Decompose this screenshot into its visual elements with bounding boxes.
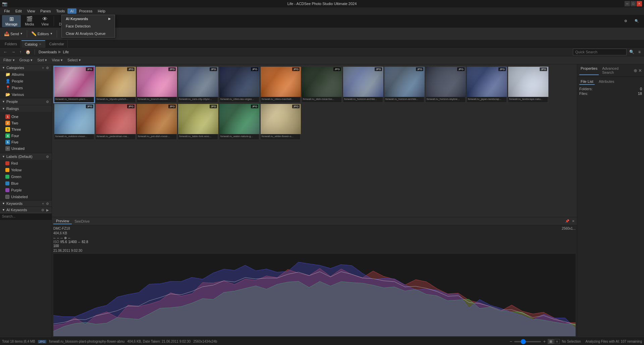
label-green[interactable]: Green <box>0 173 52 180</box>
people-gear-button[interactable]: ⚙ <box>45 100 50 104</box>
labels-gear-button[interactable]: ⚙ <box>45 155 50 159</box>
keywords-add-button[interactable]: + <box>41 202 45 206</box>
ai-keywords-search[interactable] <box>0 213 52 220</box>
seedrive-tab[interactable]: SeeDrive <box>72 219 92 224</box>
label-blue[interactable]: Blue <box>0 180 52 187</box>
photo-thumb-10[interactable]: JPGfonwall.ru_japan-landscap... <box>467 66 507 103</box>
search-input[interactable] <box>573 49 627 55</box>
people-header[interactable]: ▼ People ⚙ <box>0 98 52 105</box>
label-unlabeled[interactable]: Unlabeled <box>0 193 52 200</box>
ai-keywords-expand-button[interactable]: ▶ <box>46 208 50 212</box>
menu-panes[interactable]: Panes <box>38 8 53 14</box>
menu-process[interactable]: Process <box>76 8 95 14</box>
rating-unrated[interactable]: ○ Unrated <box>0 145 52 152</box>
zoom-slider[interactable] <box>514 341 541 342</box>
photo-thumb-2[interactable]: JPGfonwall.ru_branch-blosso... <box>137 66 177 103</box>
panel-pin-button[interactable]: 📌 <box>564 219 570 223</box>
sidebar-item-places[interactable]: 📍 Places <box>0 84 52 91</box>
calendar-tab[interactable]: Calendar <box>46 40 68 48</box>
filter-button[interactable]: Filter ▾ <box>2 58 16 63</box>
photo-thumb-17[interactable]: JPGfonwall.ru_white-flower-o... <box>260 104 301 140</box>
sidebar-item-people[interactable]: 👤 People <box>0 78 52 84</box>
sidebar-item-various[interactable]: 📂 Various <box>0 91 52 98</box>
menu-edit[interactable]: Edit <box>13 8 24 14</box>
rs-expand-button[interactable]: ⊕ <box>634 68 637 73</box>
menu-ai[interactable]: AI <box>67 8 76 14</box>
select-button[interactable]: Select ▾ <box>66 58 82 63</box>
media-button[interactable]: 🎬 Media <box>21 15 37 27</box>
manage-button[interactable]: ⊞ Manage <box>2 15 21 27</box>
keywords-gear-button[interactable]: ⚙ <box>45 202 50 206</box>
rs-tab-properties[interactable]: Properties <box>579 66 599 75</box>
photo-grid[interactable]: JPGfonwall.ru_blossom-plant-...JPGfonwal… <box>52 64 577 217</box>
photo-thumb-13[interactable]: JPGfonwall.ru_pedestrian-roa... <box>95 104 136 140</box>
keywords-header[interactable]: ▼ Keywords + ⚙ <box>0 200 52 207</box>
catalog-tab[interactable]: Catalog ✕ <box>21 40 45 48</box>
ratings-header[interactable]: ▼ Ratings <box>0 105 52 112</box>
photo-thumb-4[interactable]: JPGfonwall.ru_cities-las-vegas... <box>219 66 259 103</box>
editors-button[interactable]: ✏️ Editors ▼ <box>29 30 55 38</box>
photo-thumb-5[interactable]: JPGfonwall.ru_cities-manhatt... <box>260 66 301 103</box>
list-view-button[interactable]: ≡ <box>554 339 560 344</box>
rs-close-button[interactable]: ✕ <box>638 68 642 73</box>
photo-thumb-9[interactable]: JPGfonwall.ru_horizon-skyline... <box>425 66 466 103</box>
photo-thumb-7[interactable]: JPGfonwall.ru_horizon-archite... <box>343 66 383 103</box>
rating-two[interactable]: 2 Two <box>0 120 52 126</box>
ai-menu-clear-queue[interactable]: Clear AI Analysis Queue <box>62 30 115 37</box>
ai-keywords-header[interactable]: ▼ AI Keywords ⚙ ▶ <box>0 207 52 213</box>
rating-five[interactable]: 5 Five <box>0 139 52 145</box>
sort-button[interactable]: Sort ▾ <box>36 58 48 63</box>
rating-three[interactable]: 3 Three <box>0 126 52 132</box>
photo-thumb-14[interactable]: JPGfonwall.ru_pot-dish-meal-... <box>137 104 177 140</box>
photo-thumb-11[interactable]: JPGfonwall.ru_landscape-natu... <box>508 66 548 103</box>
minimize-button[interactable]: ─ <box>625 1 630 6</box>
label-red[interactable]: Red <box>0 160 52 167</box>
categories-add-button[interactable]: + <box>41 66 45 70</box>
photo-thumb-3[interactable]: JPGfonwall.ru_cars-city-citysc... <box>178 66 218 103</box>
ai-menu-face-detection[interactable]: Face Detection <box>62 22 115 30</box>
rs-sub-tab-file-list[interactable]: File List <box>579 79 595 85</box>
labels-header[interactable]: ▼ Labels (Default) ⚙ <box>0 153 52 160</box>
photo-thumb-8[interactable]: JPGfonwall.ru_horizon-archite... <box>384 66 424 103</box>
filter-toggle-button[interactable]: ≡ <box>637 49 642 55</box>
catalog-tab-close[interactable]: ✕ <box>39 43 42 46</box>
sidebar-item-albums[interactable]: 📁 Albums <box>0 71 52 78</box>
categories-gear-button[interactable]: ⚙ <box>45 66 50 70</box>
search-button[interactable]: 🔍 <box>628 49 636 55</box>
photo-thumb-0[interactable]: JPGfonwall.ru_blossom-plant-... <box>54 66 94 103</box>
ai-keywords-gear-button[interactable]: ⚙ <box>41 208 45 212</box>
search-top-button[interactable]: 🔍 <box>631 15 642 27</box>
window-controls[interactable]: ─ □ ✕ <box>625 1 642 6</box>
photo-thumb-1[interactable]: JPGfonwall.ru_blyudo-pishch... <box>95 66 136 103</box>
view-filter-button[interactable]: View ▾ <box>50 58 64 63</box>
home-button[interactable]: 🏠 <box>24 49 32 55</box>
panel-close-button[interactable]: ✕ <box>571 219 576 223</box>
rating-four[interactable]: 4 Four <box>0 132 52 139</box>
menu-view[interactable]: View <box>24 8 38 14</box>
breadcrumb-life[interactable]: Life <box>62 50 70 54</box>
menu-file[interactable]: File <box>1 8 13 14</box>
forward-button[interactable]: → <box>10 49 17 55</box>
grid-view-button[interactable]: ⊞ <box>548 339 554 344</box>
menu-tools[interactable]: Tools <box>54 8 68 14</box>
breadcrumb-downloads[interactable]: Downloads <box>38 50 58 54</box>
back-button[interactable]: ← <box>2 49 9 55</box>
photo-thumb-12[interactable]: JPGfonwall.ru_outdoor-moun... <box>54 104 94 140</box>
group-button[interactable]: Group ▾ <box>18 58 34 63</box>
photo-thumb-16[interactable]: JPGfonwall.ru_water-nature-g... <box>219 104 259 140</box>
rating-one[interactable]: 1 One <box>0 113 52 120</box>
folders-tab[interactable]: Folders <box>1 40 21 48</box>
maximize-button[interactable]: □ <box>631 1 636 6</box>
close-button[interactable]: ✕ <box>637 1 642 6</box>
menu-help[interactable]: Help <box>95 8 108 14</box>
up-button[interactable]: ↑ <box>18 49 23 55</box>
photo-thumb-15[interactable]: JPGfonwall.ru_table-fork-woo... <box>178 104 218 140</box>
categories-header[interactable]: ▼ Categories + ⚙ <box>0 64 52 71</box>
preview-tab[interactable]: Preview <box>53 218 72 224</box>
status-zoom-in[interactable]: + <box>543 339 546 344</box>
label-purple[interactable]: Purple <box>0 187 52 193</box>
send-button[interactable]: 📤 Send ▼ <box>2 30 25 38</box>
rs-sub-tab-attributes[interactable]: Attributes <box>597 79 615 85</box>
ai-menu-keywords[interactable]: AI Keywords ▶ <box>62 15 115 22</box>
view-button[interactable]: 👁 View <box>38 15 52 27</box>
